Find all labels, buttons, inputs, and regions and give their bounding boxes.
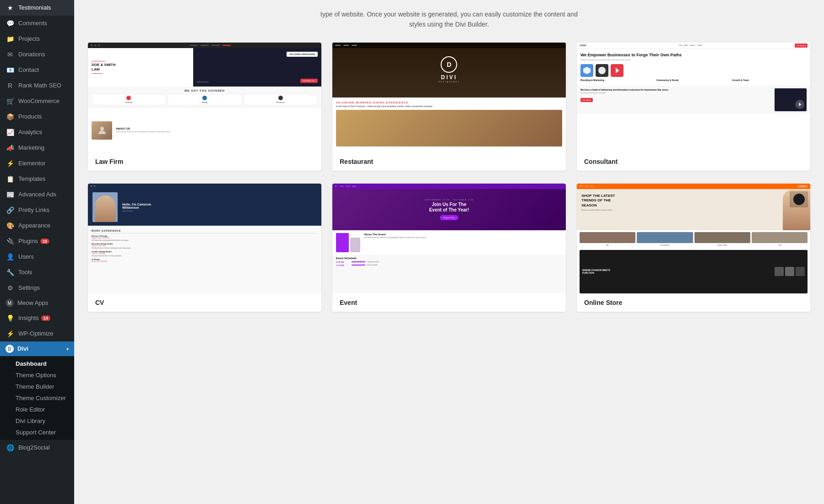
- sidebar-item-divi[interactable]: D Divi ▾: [0, 341, 74, 356]
- woocommerce-icon: 🛒: [5, 97, 15, 106]
- sidebar-sub-support-center[interactable]: Support Center: [0, 427, 74, 438]
- sidebar-sub-theme-builder[interactable]: Theme Builder: [0, 381, 74, 392]
- donations-icon: ✉: [5, 50, 15, 59]
- rank-math-icon: R: [5, 81, 15, 90]
- insights-icon: 💡: [5, 314, 15, 323]
- comments-icon: 💬: [5, 19, 15, 28]
- template-title-law-firm: Law Firm: [88, 152, 321, 171]
- template-preview-law-firm: DOE & SMITHLAW GET A FREE CONSULTATION C…: [88, 43, 321, 152]
- template-title-event: Event: [332, 293, 566, 312]
- meow-apps-icon: M: [5, 299, 14, 307]
- template-card-consultant[interactable]: LOGO Home About Services Contact Get Sta…: [577, 43, 810, 171]
- contact-icon: 📧: [5, 65, 15, 75]
- sidebar-item-elementor[interactable]: ⚡ Elementor: [0, 156, 74, 171]
- template-card-online-store[interactable]: Home Shop About Shop Now SHOP THE LATEST…: [577, 184, 810, 312]
- sidebar-item-comments[interactable]: 💬 Comments: [0, 16, 74, 31]
- sidebar-sub-dashboard[interactable]: Dashboard: [0, 358, 74, 369]
- wp-optimize-icon: ⚡: [5, 329, 15, 338]
- svg-point-0: [100, 127, 104, 130]
- template-title-cv: CV: [88, 293, 321, 312]
- templates-icon: 📋: [5, 174, 15, 184]
- tools-icon: 🔧: [5, 268, 15, 277]
- blog2social-icon: 🌐: [5, 443, 15, 452]
- sidebar-item-tools[interactable]: 🔧 Tools: [0, 265, 74, 280]
- sidebar-item-testimonials[interactable]: ★ Testimonials: [0, 0, 74, 16]
- sidebar-item-users[interactable]: 👤 Users: [0, 249, 74, 265]
- sidebar-sub-theme-options[interactable]: Theme Options: [0, 369, 74, 381]
- sidebar-item-marketing[interactable]: 📣 Marketing: [0, 140, 74, 156]
- sidebar-item-projects[interactable]: 📁 Projects: [0, 31, 74, 47]
- elementor-icon: ⚡: [5, 159, 15, 168]
- testimonials-icon: ★: [5, 3, 15, 12]
- divi-icon: D: [5, 345, 14, 353]
- sidebar-item-woocommerce[interactable]: 🛒 WooCommerce: [0, 93, 74, 109]
- sidebar-item-pretty-links[interactable]: 🔗 Pretty Links: [0, 202, 74, 218]
- sidebar-item-donations[interactable]: ✉ Donations: [0, 47, 74, 62]
- sidebar-sub-theme-customizer[interactable]: Theme Customizer: [0, 392, 74, 404]
- sidebar: ★ Testimonials 💬 Comments 📁 Projects ✉ D…: [0, 0, 74, 504]
- sidebar-item-contact[interactable]: 📧 Contact: [0, 62, 74, 78]
- template-card-event[interactable]: Home Events About SEPTEMBER 27TH - OCTOB…: [332, 184, 566, 312]
- sidebar-item-plugins[interactable]: 🔌 Plugins 18: [0, 233, 74, 249]
- sidebar-item-analytics[interactable]: 📈 Analytics: [0, 125, 74, 140]
- sidebar-item-settings[interactable]: ⚙ Settings: [0, 280, 74, 296]
- products-icon: 📦: [5, 112, 15, 121]
- page-description: type of website. Once your website is ge…: [312, 9, 586, 30]
- template-card-law-firm[interactable]: DOE & SMITHLAW GET A FREE CONSULTATION C…: [88, 43, 321, 171]
- template-preview-event: Home Events About SEPTEMBER 27TH - OCTOB…: [332, 184, 566, 293]
- template-title-online-store: Online Store: [577, 293, 810, 312]
- advanced-ads-icon: 📰: [5, 190, 15, 199]
- plugins-icon: 🔌: [5, 237, 15, 246]
- template-preview-online-store: Home Shop About Shop Now SHOP THE LATEST…: [577, 184, 810, 293]
- pretty-links-icon: 🔗: [5, 206, 15, 215]
- appearance-icon: 🎨: [5, 221, 15, 230]
- divi-submenu: Dashboard Theme Options Theme Builder Th…: [0, 356, 74, 440]
- template-title-restaurant: Restaurant: [332, 152, 566, 171]
- sidebar-item-blog2social[interactable]: 🌐 Blog2Social: [0, 440, 74, 455]
- sidebar-item-advanced-ads[interactable]: 📰 Advanced Ads: [0, 187, 74, 202]
- sidebar-item-insights[interactable]: 💡 Insights 14: [0, 310, 74, 326]
- sidebar-item-templates[interactable]: 📋 Templates: [0, 171, 74, 187]
- sidebar-item-wp-optimize[interactable]: ⚡ WP-Optimize: [0, 326, 74, 341]
- insights-badge: 14: [41, 315, 50, 321]
- page-header: type of website. Once your website is ge…: [88, 9, 810, 30]
- settings-icon: ⚙: [5, 283, 15, 293]
- divi-arrow: ▾: [66, 347, 69, 352]
- sidebar-item-appearance[interactable]: 🎨 Appearance: [0, 218, 74, 233]
- main-content: type of website. Once your website is ge…: [74, 0, 824, 504]
- sidebar-sub-role-editor[interactable]: Role Editor: [0, 404, 74, 415]
- users-icon: 👤: [5, 252, 15, 261]
- analytics-icon: 📈: [5, 128, 15, 137]
- template-card-cv[interactable]: Hello, I'm CameronWilliamson Graphic Des…: [88, 184, 321, 312]
- sidebar-item-products[interactable]: 📦 Products: [0, 109, 74, 125]
- sidebar-sub-divi-library[interactable]: Divi Library: [0, 415, 74, 427]
- plugins-badge: 18: [40, 238, 49, 244]
- template-title-consultant: Consultant: [577, 152, 810, 171]
- marketing-icon: 📣: [5, 143, 15, 152]
- projects-icon: 📁: [5, 34, 15, 43]
- template-card-restaurant[interactable]: D DIVI RESTAURANT AN AWARD-WINNING DININ…: [332, 43, 566, 171]
- template-preview-restaurant: D DIVI RESTAURANT AN AWARD-WINNING DININ…: [332, 43, 566, 152]
- sidebar-item-meow-apps[interactable]: M Meow Apps: [0, 296, 74, 310]
- templates-grid: DOE & SMITHLAW GET A FREE CONSULTATION C…: [88, 43, 810, 312]
- sidebar-item-rank-math[interactable]: R Rank Math SEO: [0, 78, 74, 93]
- template-preview-consultant: LOGO Home About Services Contact Get Sta…: [577, 43, 810, 152]
- template-preview-cv: Hello, I'm CameronWilliamson Graphic Des…: [88, 184, 321, 293]
